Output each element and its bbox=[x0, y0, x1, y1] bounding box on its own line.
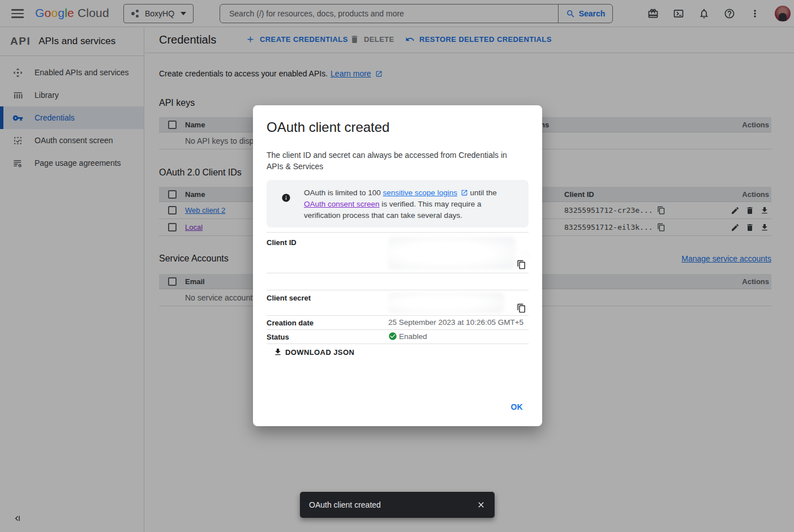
notice-fragment: OAuth is limited to 100 bbox=[304, 188, 383, 197]
status-value: Enabled bbox=[399, 332, 427, 341]
status-label: Status bbox=[267, 333, 289, 341]
verification-notice: OAuth is limited to 100 sensitive scope … bbox=[267, 180, 529, 228]
snackbar: OAuth client created bbox=[300, 492, 495, 518]
download-json-label: DOWNLOAD JSON bbox=[285, 348, 354, 357]
dialog-fields: Client ID Client secret Creation date 25… bbox=[267, 232, 529, 344]
creation-date-label: Creation date bbox=[267, 319, 314, 327]
redacted-client-secret bbox=[388, 293, 504, 313]
check-circle-icon bbox=[388, 332, 397, 341]
external-link-icon bbox=[461, 189, 468, 196]
dialog-subtitle: The client ID and secret can always be a… bbox=[267, 149, 518, 172]
redacted-client-id-fragment bbox=[514, 251, 530, 259]
status-badge: Enabled bbox=[388, 332, 427, 341]
download-icon bbox=[273, 347, 282, 357]
creation-date-row: Creation date 25 September 2023 at 10:26… bbox=[267, 316, 529, 330]
creation-date-value: 25 September 2023 at 10:26:05 GMT+5 bbox=[388, 318, 523, 327]
info-icon bbox=[281, 193, 291, 203]
download-json-button[interactable]: DOWNLOAD JSON bbox=[273, 347, 354, 357]
oauth-consent-screen-link[interactable]: OAuth consent screen bbox=[304, 200, 380, 208]
client-id-row: Client ID bbox=[267, 232, 529, 273]
copy-icon[interactable] bbox=[517, 303, 526, 313]
snackbar-message: OAuth client created bbox=[300, 500, 477, 509]
oauth-client-created-dialog: OAuth client created The client ID and s… bbox=[253, 105, 542, 426]
spacer-row bbox=[267, 273, 529, 290]
ok-button[interactable]: OK bbox=[506, 399, 527, 415]
google-cloud-console: G o o g l e Cloud BoxyHQ Search bbox=[0, 0, 794, 532]
client-secret-label: Client secret bbox=[267, 294, 311, 302]
close-icon[interactable] bbox=[477, 500, 486, 509]
notice-fragment: until the bbox=[468, 188, 497, 197]
dialog-title: OAuth client created bbox=[267, 119, 389, 135]
status-row: Status Enabled bbox=[267, 330, 529, 344]
client-secret-row: Client secret bbox=[267, 290, 529, 316]
client-id-label: Client ID bbox=[267, 238, 297, 247]
redacted-client-id bbox=[388, 237, 516, 269]
notice-text: OAuth is limited to 100 sensitive scope … bbox=[304, 187, 518, 221]
copy-icon[interactable] bbox=[517, 260, 526, 269]
sensitive-scope-logins-link[interactable]: sensitive scope logins bbox=[383, 188, 457, 197]
